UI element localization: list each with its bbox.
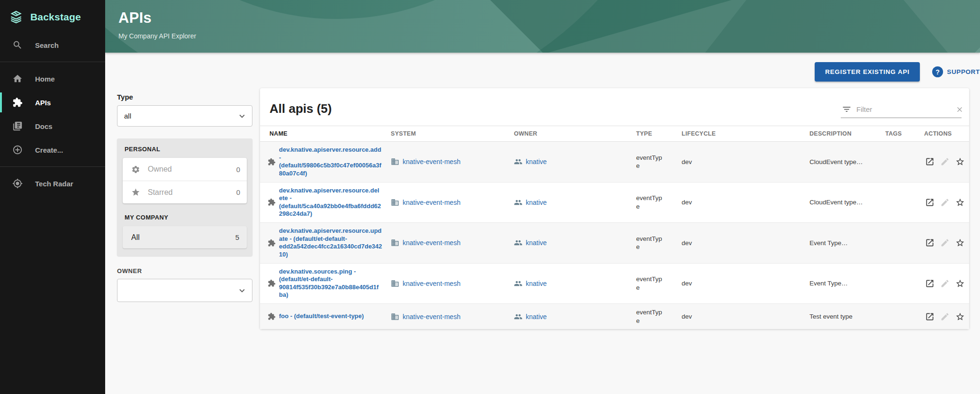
api-name-link[interactable]: dev.knative.sources.ping - (default/et-d… — [279, 268, 382, 300]
register-existing-api-button[interactable]: REGISTER EXISTING API — [815, 62, 920, 82]
filter-item-owned[interactable]: Owned 0 — [123, 158, 247, 181]
create-icon — [12, 145, 23, 155]
table-header-row: NAME SYSTEM OWNER TYPE LIFECYCLE DESCRIP… — [260, 126, 969, 142]
sidebar-item-label: Create... — [35, 146, 63, 154]
api-name-link[interactable]: foo - (default/test-event-type) — [279, 312, 364, 321]
help-icon: ? — [932, 66, 943, 77]
home-icon — [12, 73, 23, 84]
sidebar-item-home[interactable]: Home — [0, 67, 105, 91]
backstage-logo-icon — [9, 9, 24, 25]
column-header-description[interactable]: DESCRIPTION — [802, 130, 878, 137]
edit-icon[interactable] — [940, 279, 950, 288]
star-outline-icon[interactable] — [955, 279, 965, 288]
system-link[interactable]: knative-event-mesh — [403, 199, 460, 206]
table-body: dev.knative.apiserver.resource.add - (de… — [260, 142, 969, 329]
filter-item-starred[interactable]: Starred 0 — [123, 181, 247, 203]
edit-icon[interactable] — [940, 157, 950, 166]
edit-icon[interactable] — [940, 238, 950, 247]
owner-group-icon — [514, 312, 522, 321]
sidebar-item-apis[interactable]: APIs — [0, 91, 105, 114]
description-cell: CloudEvent type… — [802, 194, 878, 210]
filter-item-count: 0 — [236, 165, 240, 174]
puzzle-icon — [12, 97, 23, 108]
owner-link[interactable]: knative — [526, 280, 547, 287]
user-list-picker: PERSONAL Owned 0 Starred 0 MY COMPANY Al… — [117, 138, 252, 256]
owner-link[interactable]: knative — [526, 313, 547, 321]
puzzle-icon — [268, 239, 276, 247]
table-row: dev.knative.apiserver.resource.add - (de… — [260, 142, 969, 183]
page-action-bar: REGISTER EXISTING API ? SUPPORT — [815, 62, 980, 82]
owner-filter-select[interactable] — [117, 279, 252, 302]
owner-filter-label: OWNER — [117, 267, 252, 275]
owner-group-icon — [514, 279, 522, 288]
type-filter-select[interactable]: all — [117, 105, 252, 127]
tags-cell — [878, 157, 917, 166]
lifecycle-cell: dev — [674, 309, 802, 324]
column-header-lifecycle[interactable]: LIFECYCLE — [674, 130, 802, 137]
api-name-link[interactable]: dev.knative.apiserver.resource.add - (de… — [279, 146, 382, 178]
filter-list-icon — [842, 104, 852, 114]
chevron-down-icon — [237, 111, 247, 121]
star-icon — [131, 188, 140, 197]
owner-group-icon — [514, 198, 522, 207]
edit-icon[interactable] — [940, 312, 950, 321]
backstage-app: Backstage Search Home APIs Docs Create..… — [0, 0, 980, 394]
column-header-tags[interactable]: TAGS — [878, 130, 917, 137]
personal-section-title: PERSONAL — [117, 138, 252, 158]
sidebar: Backstage Search Home APIs Docs Create..… — [0, 0, 105, 394]
star-outline-icon[interactable] — [955, 198, 965, 207]
tags-cell — [878, 198, 917, 207]
system-link[interactable]: knative-event-mesh — [403, 158, 460, 165]
open-in-new-icon[interactable] — [925, 157, 935, 166]
column-header-system[interactable]: SYSTEM — [384, 130, 506, 137]
open-in-new-icon[interactable] — [925, 312, 935, 321]
sidebar-divider — [0, 62, 105, 62]
table-row: dev.knative.apiserver.resource.delete - … — [260, 183, 969, 223]
puzzle-icon — [268, 158, 276, 166]
system-icon — [391, 238, 399, 247]
sidebar-item-search[interactable]: Search — [0, 33, 105, 57]
sidebar-item-label: Search — [35, 41, 59, 49]
owner-link[interactable]: knative — [526, 239, 547, 247]
star-outline-icon[interactable] — [955, 238, 965, 247]
system-link[interactable]: knative-event-mesh — [403, 239, 460, 247]
api-name-link[interactable]: dev.knative.apiserver.resource.update - … — [279, 227, 382, 259]
chevron-down-icon — [237, 285, 247, 296]
api-name-link[interactable]: dev.knative.apiserver.resource.delete - … — [279, 187, 382, 219]
page-header: APIs My Company API Explorer — [105, 0, 980, 53]
owner-group-icon — [514, 238, 522, 247]
edit-icon[interactable] — [940, 198, 950, 207]
type-cell: eventType — [629, 190, 665, 215]
sidebar-item-label: Home — [35, 75, 55, 83]
open-in-new-icon[interactable] — [925, 198, 935, 207]
page-subtitle: My Company API Explorer — [118, 32, 196, 40]
description-cell: Test event type — [802, 309, 878, 324]
filter-item-all[interactable]: All 5 — [123, 226, 247, 248]
column-header-owner[interactable]: OWNER — [506, 130, 629, 137]
clear-icon[interactable] — [955, 105, 964, 114]
filter-item-label: Owned — [148, 165, 236, 174]
sidebar-item-docs[interactable]: Docs — [0, 114, 105, 138]
lifecycle-cell: dev — [674, 194, 802, 210]
column-header-type[interactable]: TYPE — [629, 130, 674, 137]
filter-item-label: Starred — [148, 188, 236, 197]
open-in-new-icon[interactable] — [925, 238, 935, 247]
column-header-actions: ACTIONS — [917, 130, 969, 137]
star-outline-icon[interactable] — [955, 312, 965, 321]
star-outline-icon[interactable] — [955, 157, 965, 166]
type-filter-label: Type — [117, 93, 252, 101]
column-header-name[interactable]: NAME — [260, 130, 384, 137]
open-in-new-icon[interactable] — [925, 279, 935, 288]
system-link[interactable]: knative-event-mesh — [403, 313, 460, 321]
owner-link[interactable]: knative — [526, 199, 547, 206]
table-filter-input[interactable] — [856, 105, 951, 113]
tags-cell — [878, 279, 917, 288]
sidebar-item-create[interactable]: Create... — [0, 138, 105, 162]
backstage-logo[interactable]: Backstage — [0, 0, 105, 27]
sidebar-item-tech-radar[interactable]: Tech Radar — [0, 172, 105, 195]
support-button[interactable]: ? SUPPORT — [932, 66, 980, 77]
lifecycle-cell: dev — [674, 235, 802, 251]
owner-link[interactable]: knative — [526, 158, 547, 165]
company-section-title: MY COMPANY — [117, 203, 252, 226]
system-link[interactable]: knative-event-mesh — [403, 280, 460, 287]
